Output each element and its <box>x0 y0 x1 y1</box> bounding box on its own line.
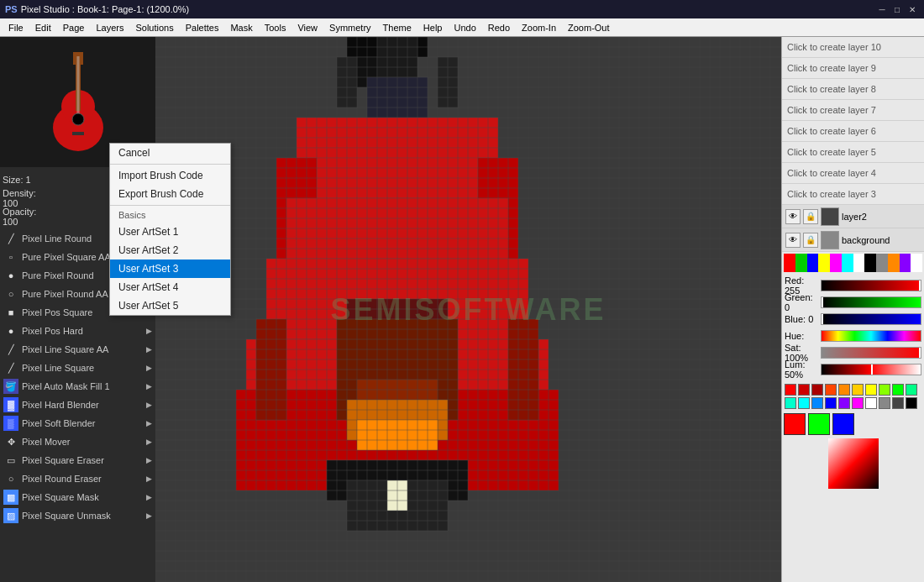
menu-item-help[interactable]: Help <box>418 21 448 34</box>
ctx-cancel[interactable]: Cancel <box>110 144 230 162</box>
ctx-artset-user-artset-1[interactable]: User ArtSet 1 <box>110 223 230 241</box>
color-box-1[interactable] <box>798 384 810 396</box>
menu-item-mask[interactable]: Mask <box>225 21 257 34</box>
hue-slider[interactable] <box>821 330 921 342</box>
layer-create-btn-1[interactable]: Click to create layer 9 <box>782 58 924 79</box>
color-box-10[interactable] <box>785 397 796 409</box>
tool-icon-14: ▩ <box>3 490 18 505</box>
ctx-artset-user-artset-3[interactable]: User ArtSet 3 <box>110 260 230 278</box>
tool-item-8[interactable]: 🪣 Pixel Auto Mask Fill 1 ▶ <box>0 377 155 396</box>
layer-create-btn-3[interactable]: Click to create layer 7 <box>782 100 924 121</box>
color-box-5[interactable] <box>852 384 864 396</box>
menu-item-theme[interactable]: Theme <box>378 21 417 34</box>
ctx-artset-user-artset-2[interactable]: User ArtSet 2 <box>110 241 230 260</box>
color-box-3[interactable] <box>825 384 837 396</box>
gradient-picker[interactable] <box>828 438 879 489</box>
tool-item-6[interactable]: ╱ Pixel Line Square AA ▶ <box>0 340 155 359</box>
lum-slider[interactable] <box>821 364 921 375</box>
color-box-15[interactable] <box>852 397 864 409</box>
ctx-import-brush[interactable]: Import Brush Code <box>110 166 230 185</box>
layer2-eye[interactable]: 👁 <box>785 209 801 224</box>
color-strip-item-8[interactable] <box>876 254 888 272</box>
color-box-11[interactable] <box>798 397 810 409</box>
primary-color-swatch[interactable] <box>784 413 806 435</box>
menu-item-view[interactable]: View <box>292 21 323 34</box>
ctx-export-brush[interactable]: Export Brush Code <box>110 185 230 203</box>
color-strip-item-3[interactable] <box>818 254 830 272</box>
tool-item-10[interactable]: ▒ Pixel Soft Blender ▶ <box>0 414 155 433</box>
color-box-13[interactable] <box>825 397 837 409</box>
color-strip-item-9[interactable] <box>888 254 900 272</box>
ctx-artset-user-artset-5[interactable]: User ArtSet 5 <box>110 296 230 315</box>
ctx-artset-user-artset-4[interactable]: User ArtSet 4 <box>110 278 230 296</box>
green-slider[interactable] <box>821 296 921 308</box>
blue-slider[interactable] <box>821 313 921 325</box>
color-box-16[interactable] <box>865 397 877 409</box>
layer-create-btn-5[interactable]: Click to create layer 5 <box>782 142 924 163</box>
color-strip-item-1[interactable] <box>795 254 807 272</box>
color-box-9[interactable] <box>906 384 917 396</box>
layer-create-btn-2[interactable]: Click to create layer 8 <box>782 79 924 100</box>
color-box-17[interactable] <box>879 397 890 409</box>
tool-left-15: ▨ Pixel Square Unmask <box>3 508 111 523</box>
background-name: background <box>842 235 921 245</box>
pixel-canvas[interactable] <box>155 37 781 582</box>
color-strip-item-11[interactable] <box>911 254 922 272</box>
secondary-color-swatch[interactable] <box>808 413 830 435</box>
menu-item-file[interactable]: File <box>3 21 29 34</box>
lum-row: Lum: 50% <box>785 362 921 377</box>
color-box-18[interactable] <box>892 397 904 409</box>
close-button[interactable]: ✕ <box>906 3 919 16</box>
color-strip-item-6[interactable] <box>853 254 865 272</box>
color-strip-item-0[interactable] <box>784 254 795 272</box>
tool-item-11[interactable]: ✥ Pixel Mover ▶ <box>0 433 155 451</box>
color-strip-item-7[interactable] <box>864 254 876 272</box>
green-label: Green: 0 <box>785 292 818 312</box>
color-box-6[interactable] <box>865 384 877 396</box>
menu-item-undo[interactable]: Undo <box>449 21 480 34</box>
color-box-12[interactable] <box>811 397 823 409</box>
color-box-14[interactable] <box>838 397 850 409</box>
tool-item-9[interactable]: ▓ Pixel Hard Blender ▶ <box>0 396 155 414</box>
layer-create-btn-7[interactable]: Click to create layer 3 <box>782 184 924 205</box>
layer2-lock[interactable]: 🔒 <box>803 209 818 224</box>
tool-item-12[interactable]: ▭ Pixel Square Eraser ▶ <box>0 451 155 469</box>
color-box-7[interactable] <box>879 384 890 396</box>
color-box-0[interactable] <box>785 384 796 396</box>
color-box-2[interactable] <box>811 384 823 396</box>
sat-slider[interactable] <box>821 347 921 359</box>
color-strip-item-5[interactable] <box>842 254 853 272</box>
layer-create-btn-6[interactable]: Click to create layer 4 <box>782 163 924 184</box>
menu-item-zoom-out[interactable]: Zoom-Out <box>563 21 615 34</box>
layer-create-btn-4[interactable]: Click to create layer 6 <box>782 121 924 142</box>
background-lock[interactable]: 🔒 <box>803 233 818 248</box>
red-slider[interactable] <box>821 280 921 291</box>
color-strip-item-10[interactable] <box>900 254 911 272</box>
color-strip-item-4[interactable] <box>830 254 842 272</box>
canvas-area[interactable]: SEMISOFTWARE <box>155 37 781 582</box>
color-box-8[interactable] <box>892 384 904 396</box>
maximize-button[interactable]: □ <box>890 3 904 16</box>
menu-item-edit[interactable]: Edit <box>30 21 56 34</box>
color-strip-item-2[interactable] <box>807 254 819 272</box>
color-box-4[interactable] <box>838 384 850 396</box>
layer-row-layer2: 👁 🔒 layer2 <box>782 205 924 228</box>
menu-item-page[interactable]: Page <box>58 21 90 34</box>
minimize-button[interactable]: ─ <box>875 3 889 16</box>
tool-item-5[interactable]: ● Pixel Pos Hard ▶ <box>0 322 155 340</box>
tool-item-15[interactable]: ▨ Pixel Square Unmask ▶ <box>0 506 155 525</box>
tool-item-13[interactable]: ○ Pixel Round Eraser ▶ <box>0 469 155 488</box>
menu-item-layers[interactable]: Layers <box>91 21 129 34</box>
tertiary-color-swatch[interactable] <box>832 413 854 435</box>
background-eye[interactable]: 👁 <box>785 233 801 248</box>
layer-create-btn-0[interactable]: Click to create layer 10 <box>782 37 924 58</box>
menu-item-redo[interactable]: Redo <box>483 21 515 34</box>
menu-item-palettes[interactable]: Palettes <box>181 21 224 34</box>
color-box-19[interactable] <box>906 397 917 409</box>
menu-item-tools[interactable]: Tools <box>260 21 291 34</box>
tool-item-7[interactable]: ╱ Pixel Line Square ▶ <box>0 359 155 377</box>
menu-item-zoom-in[interactable]: Zoom-In <box>517 21 561 34</box>
menu-item-symmetry[interactable]: Symmetry <box>324 21 376 34</box>
menu-item-solutions[interactable]: Solutions <box>130 21 178 34</box>
tool-item-14[interactable]: ▩ Pixel Square Mask ▶ <box>0 488 155 506</box>
